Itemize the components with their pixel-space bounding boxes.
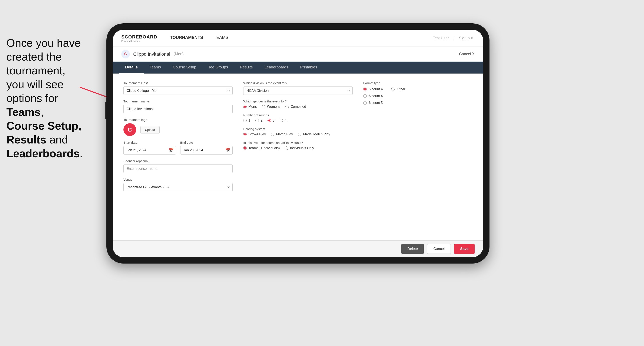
logo-area: SCOREBOARD Powered by clippd [121, 34, 157, 42]
nav-tournaments[interactable]: TOURNAMENTS [170, 35, 203, 41]
format-other-radio[interactable] [391, 88, 394, 91]
tournament-name-input[interactable] [124, 105, 232, 113]
separator: | [453, 36, 456, 40]
form-left-column: Tournament Host Clippd College - Men Tou… [124, 81, 232, 196]
gender-womens-radio[interactable] [262, 105, 265, 108]
gender-mens-radio[interactable] [243, 105, 247, 108]
sponsor-input[interactable] [124, 165, 232, 173]
logo-circle: C [124, 123, 136, 136]
nav-links: TOURNAMENTS TEAMS [170, 35, 431, 41]
tab-teams[interactable]: Teams [144, 62, 167, 74]
scoring-label: Scoring system [243, 127, 352, 131]
tab-details[interactable]: Details [119, 62, 144, 74]
format-6count5-radio[interactable] [363, 101, 367, 105]
sign-out-link[interactable]: Sign out [459, 36, 473, 40]
tournament-logo-field: Tournament logo C Upload [124, 118, 232, 136]
format-5count4[interactable]: 5 count 4 [363, 87, 383, 91]
individuals-only[interactable]: Individuals Only [285, 146, 314, 150]
format-radio-group-left: 5 count 4 6 count 4 6 count 5 [363, 87, 383, 105]
scoring-medal[interactable]: Medal Match Play [298, 132, 330, 136]
venue-field: Venue Peachtree GC - Atlanta - GA [124, 178, 232, 191]
gender-womens[interactable]: Womens [262, 105, 280, 109]
scoring-stroke-radio[interactable] [243, 133, 247, 136]
scoring-field: Scoring system Stroke Play Match Play [243, 127, 352, 136]
delete-button[interactable]: Delete [402, 244, 424, 254]
gender-combined-radio[interactable] [286, 105, 289, 108]
gender-field: Which gender is the event for? Mens Wome… [243, 99, 352, 109]
scoring-match-radio[interactable] [271, 133, 274, 136]
start-date-wrap: 📅 [124, 146, 176, 155]
end-date-label: End date [180, 141, 233, 144]
individuals-only-radio[interactable] [285, 147, 288, 150]
gender-radio-group: Mens Womens Combined [243, 105, 352, 109]
format-6count5[interactable]: 6 count 5 [363, 101, 383, 105]
rounds-field: Number of rounds 1 2 [243, 113, 352, 122]
scoring-stroke[interactable]: Stroke Play [243, 132, 266, 136]
nav-teams[interactable]: TEAMS [214, 35, 228, 41]
tab-results[interactable]: Results [234, 62, 258, 74]
teams-plus-individuals[interactable]: Teams (+Individuals) [243, 146, 280, 150]
rounds-4[interactable]: 4 [280, 119, 287, 122]
rounds-4-radio[interactable] [280, 119, 283, 122]
scoring-radio-group: Stroke Play Match Play Medal Match Play [243, 132, 352, 136]
tournament-title-row: C Clippd Invitational (Men) [121, 50, 184, 58]
start-date-calendar-icon: 📅 [169, 148, 174, 153]
logo-sub: Powered by clippd [121, 40, 157, 42]
end-date-input[interactable] [180, 146, 233, 155]
rounds-1-radio[interactable] [243, 119, 247, 122]
scoring-medal-radio[interactable] [298, 133, 301, 136]
teams-radio-group: Teams (+Individuals) Individuals Only [243, 146, 352, 150]
tab-printables[interactable]: Printables [294, 62, 323, 74]
tournament-host-field: Tournament Host Clippd College - Men [124, 81, 232, 95]
format-label: Format type [363, 81, 472, 85]
rounds-2-radio[interactable] [256, 119, 259, 122]
division-select[interactable]: NCAA Division III [243, 86, 352, 95]
gender-label: Which gender is the event for? [243, 99, 352, 103]
tablet-frame: SCOREBOARD Powered by clippd TOURNAMENTS… [106, 23, 490, 264]
scoring-match[interactable]: Match Play [271, 132, 293, 136]
action-bar: Delete Cancel Save [113, 240, 483, 257]
format-radio-row: 5 count 4 6 count 4 6 count 5 [363, 86, 472, 105]
format-6count4[interactable]: 6 count 4 [363, 94, 383, 98]
teams-plus-radio[interactable] [243, 147, 247, 150]
format-radio-group-right: Other [391, 87, 405, 105]
venue-select[interactable]: Peachtree GC - Atlanta - GA [124, 183, 232, 191]
division-field: Which division is the event for? NCAA Di… [243, 81, 352, 95]
cancel-header-button[interactable]: Cancel X [459, 52, 474, 56]
tournament-host-select[interactable]: Clippd College - Men [124, 86, 232, 95]
form-mid-column: Which division is the event for? NCAA Di… [243, 81, 352, 196]
end-date-field: End date 📅 [180, 141, 233, 155]
rounds-3-radio[interactable] [268, 119, 271, 122]
format-6count4-radio[interactable] [363, 94, 367, 98]
sponsor-field: Sponsor (optional) [124, 159, 232, 173]
tab-course-setup[interactable]: Course Setup [167, 62, 202, 74]
rounds-3[interactable]: 3 [268, 119, 274, 122]
tablet-screen: SCOREBOARD Powered by clippd TOURNAMENTS… [113, 30, 483, 257]
start-date-input[interactable] [124, 146, 176, 155]
tournament-sub: (Men) [174, 52, 184, 56]
format-other[interactable]: Other [391, 87, 405, 91]
division-label: Which division is the event for? [243, 81, 352, 85]
form-right-column: Format type 5 count 4 6 count 4 [363, 81, 472, 196]
teams-label: Is this event for Teams and/or Individua… [243, 141, 352, 145]
rounds-1[interactable]: 1 [243, 119, 250, 122]
tournament-name: Clippd Invitational [133, 51, 170, 57]
main-content: Tournament Host Clippd College - Men Tou… [113, 74, 483, 240]
upload-button[interactable]: Upload [140, 126, 160, 134]
cancel-button[interactable]: Cancel [427, 244, 451, 254]
tab-tee-groups[interactable]: Tee Groups [202, 62, 234, 74]
gender-mens[interactable]: Mens [243, 105, 257, 109]
format-field: Format type 5 count 4 6 count 4 [363, 81, 472, 105]
end-date-wrap: 📅 [180, 146, 233, 155]
logo-title: SCOREBOARD [121, 34, 157, 40]
gender-combined[interactable]: Combined [286, 105, 306, 109]
rounds-2[interactable]: 2 [256, 119, 262, 122]
format-5count4-radio[interactable] [363, 88, 367, 91]
logo-upload-area: C Upload [124, 123, 232, 136]
teams-field: Is this event for Teams and/or Individua… [243, 141, 352, 150]
date-row: Start date 📅 End date 📅 [124, 141, 232, 159]
tournament-name-field: Tournament name [124, 99, 232, 113]
rounds-label: Number of rounds [243, 113, 352, 117]
tab-leaderboards[interactable]: Leaderboards [258, 62, 294, 74]
save-button[interactable]: Save [454, 244, 474, 254]
